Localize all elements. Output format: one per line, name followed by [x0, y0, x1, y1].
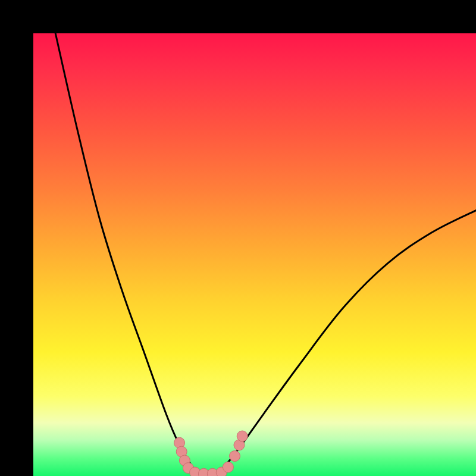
data-marker — [230, 451, 240, 462]
chart-stage: TheBottleneck.com — [0, 0, 476, 476]
curve-path — [55, 33, 476, 476]
chart-frame — [0, 0, 476, 476]
data-marker — [223, 462, 233, 472]
chart-svg — [33, 33, 476, 476]
marker-group — [174, 431, 248, 476]
data-marker — [237, 431, 248, 441]
plot-area — [33, 33, 476, 476]
